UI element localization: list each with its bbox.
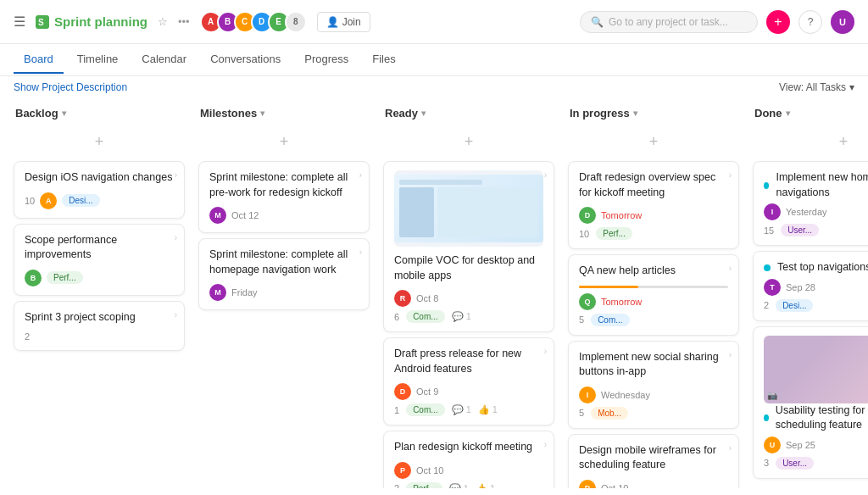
view-all-tasks[interactable]: View: All Tasks ▾ [779, 81, 854, 93]
card[interactable]: › Compile VOC for desktop and mobile app… [383, 161, 554, 332]
card-meta: D Tomorrow [579, 207, 728, 224]
join-button[interactable]: 👤 Join [317, 12, 370, 32]
card-number: 10 [579, 229, 589, 239]
card[interactable]: › Implement new social sharing buttons i… [568, 341, 739, 429]
card-meta: D Oct 9 [394, 383, 543, 400]
person-icon: 👤 [326, 16, 339, 28]
user-avatar[interactable]: U [831, 10, 854, 34]
card-chevron-icon: › [544, 440, 547, 449]
card-date: Friday [231, 287, 258, 298]
avatar-count[interactable]: 8 [285, 11, 307, 33]
show-description-link[interactable]: Show Project Description [14, 81, 127, 93]
card-tag: Perf... [47, 271, 83, 284]
browser-sidebar [399, 187, 434, 237]
more-options-icon[interactable]: ••• [178, 15, 190, 28]
card[interactable]: › Sprint milestone: complete all homepag… [198, 238, 370, 310]
card-tag: Perf... [406, 482, 442, 489]
card[interactable]: › Plan redesign kickoff meeting P Oct 10… [383, 431, 554, 488]
add-card-backlog[interactable]: + [14, 130, 185, 154]
card-actions: 15 User... [764, 224, 868, 236]
comment-icon: 💬 1 [449, 483, 469, 489]
add-card-done[interactable]: + [753, 130, 868, 154]
avatar: I [764, 203, 781, 220]
card-date: Oct 10 [416, 465, 443, 476]
card-number: 5 [579, 314, 584, 325]
card-chevron-icon: › [729, 350, 732, 359]
column-inprogress: In progress ▾ + › Draft redesign overvie… [561, 98, 746, 481]
card-number: 10 [25, 196, 35, 206]
chevron-icon: ▾ [786, 108, 790, 118]
card[interactable]: › QA new help articles Q Tomorrow 5 Com.… [568, 254, 739, 336]
card-date: Sep 28 [786, 282, 815, 292]
card[interactable]: › Sprint milestone: complete all pre-wor… [198, 161, 370, 233]
card[interactable]: › Scope performance improvements B Perf.… [14, 224, 185, 296]
avatar: M [209, 284, 226, 301]
card[interactable]: › Test top navigations T Sep 28 2 Desi..… [753, 251, 868, 321]
sub-header: Show Project Description View: All Tasks… [0, 76, 868, 98]
column-header-ready: Ready ▾ [383, 102, 554, 123]
card-title: Test top navigations [777, 260, 868, 275]
add-card-inprogress[interactable]: + [568, 130, 739, 154]
card-chevron-icon: › [544, 170, 547, 180]
project-title: Sprint planning [54, 14, 147, 29]
card[interactable]: › Design iOS navigation changes 10 A Des… [14, 161, 185, 219]
avatar: B [25, 270, 42, 286]
card[interactable]: › Design mobile wireframes for schedulin… [568, 434, 739, 489]
nav-item-conversations[interactable]: Conversations [200, 46, 291, 74]
column-title-done: Done ▾ [754, 107, 790, 120]
chevron-down-icon: ▾ [849, 81, 854, 93]
comment-icon: 💬 1 [452, 311, 471, 322]
avatar: D [579, 207, 596, 224]
avatar: D [579, 480, 596, 489]
nav-item-files[interactable]: Files [362, 46, 405, 74]
browser-content [399, 187, 538, 237]
card-chevron-icon: › [175, 233, 177, 242]
card-meta: B Perf... [25, 270, 174, 286]
like-icon: 👍 1 [478, 404, 498, 415]
search-bar[interactable]: 🔍 Go to any project or task... [580, 11, 758, 33]
nav-item-board[interactable]: Board [14, 46, 64, 74]
card-tag: Com... [406, 310, 444, 323]
nav-item-timeline[interactable]: Timeline [67, 46, 129, 74]
star-icon[interactable]: ☆ [158, 15, 168, 28]
avatar: A [40, 192, 57, 209]
teal-status-icon [764, 264, 771, 271]
teal-status-icon [764, 414, 769, 421]
card[interactable]: › 📷 Usability testing for new scheduling… [753, 326, 868, 479]
card-chevron-icon: › [175, 170, 177, 180]
card-meta: U Sep 25 [764, 437, 868, 453]
avatar: T [764, 279, 781, 296]
card-title: Sprint milestone: complete all homepage … [209, 248, 359, 277]
card-image [394, 170, 543, 247]
add-card-milestones[interactable]: + [198, 130, 370, 154]
teal-status-icon [764, 182, 769, 189]
progress-fill [579, 286, 638, 288]
card[interactable]: › Implement new homepage navigations I Y… [753, 161, 868, 246]
like-icon: 👍 1 [476, 483, 495, 489]
card[interactable]: › Sprint 3 project scoping 2 [14, 301, 185, 352]
card[interactable]: › Draft redesign overview spec for kicko… [568, 161, 739, 249]
menu-icon[interactable]: ☰ [14, 14, 25, 30]
header: ☰ S Sprint planning ☆ ••• A B C D E 8 👤 … [0, 0, 868, 44]
card-meta: 2 [25, 331, 174, 342]
card-meta: P Oct 10 [394, 462, 543, 479]
help-button[interactable]: ? [798, 10, 822, 34]
column-title-backlog: Backlog ▾ [15, 107, 66, 120]
card-tag: Perf... [596, 227, 632, 240]
column-header-milestones: Milestones ▾ [198, 102, 370, 123]
nav-item-calendar[interactable]: Calendar [131, 46, 197, 74]
nav-item-progress[interactable]: Progress [294, 46, 359, 74]
card-number: 2 [25, 331, 30, 342]
card-actions: 3 User... [764, 457, 868, 470]
card-date: Oct 12 [231, 210, 259, 220]
avatar: M [209, 207, 226, 224]
add-card-ready[interactable]: + [383, 130, 554, 154]
avatar: P [394, 462, 411, 479]
add-button[interactable]: + [766, 10, 790, 34]
card-meta: Q Tomorrow [579, 293, 728, 310]
board: Backlog ▾ + › Design iOS navigation chan… [0, 98, 868, 488]
avatar: Q [579, 293, 596, 310]
card[interactable]: › Draft press release for new Android fe… [383, 337, 554, 425]
avatar: D [394, 383, 411, 400]
column-backlog: Backlog ▾ + › Design iOS navigation chan… [7, 98, 192, 481]
